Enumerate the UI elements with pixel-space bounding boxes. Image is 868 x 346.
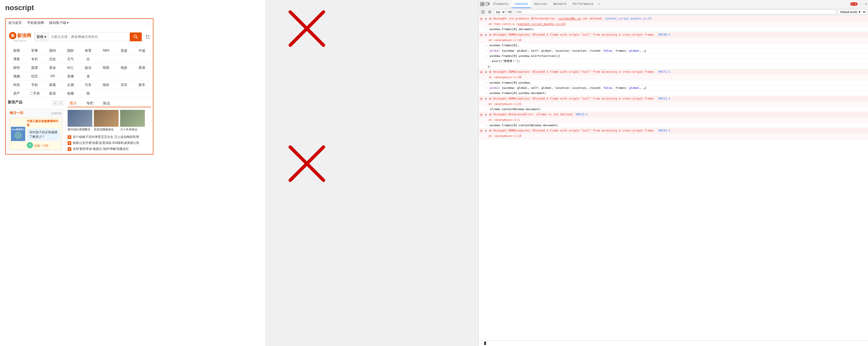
sidebar-prev-btn[interactable]: ‹ — [53, 101, 58, 105]
tab-images[interactable]: 图片 — [68, 100, 79, 107]
nav3-baojia[interactable]: 报价 — [97, 82, 115, 88]
console-prompt[interactable]: › — [479, 340, 868, 346]
svg-text:新: 新 — [11, 34, 14, 38]
nav1-yingchao[interactable]: 英超 — [115, 47, 133, 54]
news-item-2[interactable]: 铁路公安开展'坐霸'处置演练 633移民成美国公民 — [68, 140, 151, 146]
nav3-maiche[interactable]: 买车 — [115, 82, 133, 88]
toggle-15[interactable]: ▶ — [486, 129, 489, 132]
toggle-8[interactable]: › — [486, 81, 489, 84]
search-button[interactable] — [130, 32, 142, 41]
toggle-14[interactable]: › — [486, 124, 489, 127]
devtools-tab-elements[interactable]: Elements — [490, 0, 512, 8]
sina-mobile-link[interactable]: 手机新浪网 — [27, 21, 44, 25]
nav2-dianying[interactable]: 电影 — [115, 65, 133, 71]
toggle-13[interactable]: ▶ — [486, 113, 489, 116]
nav-zhuanlan[interactable]: 专栏 — [26, 56, 44, 62]
nav-ershoufang[interactable]: 二手房 — [26, 91, 44, 97]
toggle-6[interactable]: › — [486, 55, 489, 58]
nav1-junshi[interactable]: 军事 — [26, 47, 44, 54]
toolbar-extra-icon[interactable]: 扛 — [146, 34, 150, 40]
link-15[interactable]: VM242:1 — [658, 129, 670, 132]
nav1-zhongchao[interactable]: 中超 — [133, 47, 151, 54]
nav1-nba[interactable]: NBA — [97, 47, 115, 54]
sina-more-icon[interactable]: ⋮ — [146, 20, 150, 25]
toggle-10[interactable]: › — [486, 92, 489, 95]
nav3-tansuo[interactable]: 探索 — [44, 82, 62, 88]
nav-shipin[interactable]: 视频 — [8, 73, 26, 79]
nav-fangchan[interactable]: 房产 — [8, 91, 26, 97]
nav2-gupiao[interactable]: 股票 — [26, 65, 44, 71]
frame-select[interactable]: top — [494, 9, 506, 14]
daily-back[interactable]: 往期回顾 — [51, 112, 61, 115]
devtools-inspect-btn[interactable] — [480, 2, 485, 7]
link-1[interactable]: content_script_bundle.js:13 — [605, 17, 651, 20]
nav-zongyi[interactable]: 综艺 — [26, 73, 44, 79]
devtools-settings-btn[interactable]: ⚙ — [865, 2, 867, 6]
nav-boke[interactable]: 博客 — [8, 56, 26, 62]
toggle-7[interactable]: ▶ — [486, 70, 489, 73]
nav3-zhongce[interactable]: 众测 — [61, 82, 79, 88]
news-img-2[interactable]: 疾病克隆猴诞生 — [94, 110, 119, 132]
nav-more2[interactable]: 老 — [79, 73, 97, 79]
nav2-mingxing[interactable]: 明星 — [97, 65, 115, 71]
devtools-tab-console[interactable]: Console — [512, 0, 531, 8]
toggle-3[interactable]: ▶ — [486, 33, 489, 36]
toggle-5[interactable]: ‹ — [486, 49, 489, 52]
news-img-3[interactable]: 几十年来春运 — [120, 110, 145, 132]
toggle-1[interactable]: ▶ — [486, 17, 489, 20]
nav3-keji[interactable]: 科技 — [8, 82, 26, 88]
nav2-yule[interactable]: 娱乐 — [79, 65, 97, 71]
news-img-1[interactable]: 委内瑞拉美国断交 — [68, 110, 92, 132]
search-input[interactable] — [49, 35, 130, 39]
nav3-qiche[interactable]: 汽车 — [79, 82, 97, 88]
devtools-device-btn[interactable] — [485, 2, 490, 7]
nav-more3[interactable]: 陈 — [79, 91, 97, 97]
sidebar-next-btn[interactable]: › — [59, 101, 63, 105]
search-category[interactable]: 新闻 ▾ — [35, 33, 49, 41]
toggle-2[interactable]: › — [486, 28, 489, 31]
nav2-xingzuo[interactable]: 星座 — [133, 65, 151, 71]
toggle-11[interactable]: ▶ — [486, 97, 489, 100]
nav2-waihui[interactable]: 外汇 — [61, 65, 79, 71]
nav3-xinche[interactable]: 新车 — [133, 82, 151, 88]
nav1-xinwen[interactable]: 新闻 — [8, 47, 26, 54]
tab-hot[interactable]: 热点 — [101, 100, 112, 107]
devtools-more-btn[interactable]: ⋮ — [858, 2, 864, 6]
link-7[interactable]: VM171:1 — [658, 70, 670, 73]
eye-btn[interactable] — [507, 9, 513, 14]
toggle-9[interactable]: ‹ — [486, 86, 489, 89]
nav1-tiyu[interactable]: 体育 — [79, 47, 97, 54]
nav3-shouji[interactable]: 手机 — [26, 82, 44, 88]
link-11[interactable]: VM212:1 — [658, 97, 670, 100]
link-13[interactable]: VM233:1 — [576, 113, 588, 116]
nav-jiaju[interactable]: 家居 — [44, 91, 62, 97]
sina-app-dropdown[interactable]: 移动客户端 ▾ — [49, 21, 69, 25]
nav-zhibo[interactable]: 直播 — [61, 73, 79, 79]
news-item-3[interactable]: 农村'厕所革命'焕新记 福州'神秘'高楼走红 — [68, 146, 151, 152]
nav-more1[interactable]: 比 — [79, 56, 97, 62]
nav2-jijin[interactable]: 基金 — [44, 65, 62, 71]
nav1-guonei[interactable]: 国内 — [44, 47, 62, 54]
nav1-guoji[interactable]: 国际 — [61, 47, 79, 54]
news-item-1[interactable]: 首个移植子宫内孕育宝宝出生 万人送别殉职民警 — [68, 134, 151, 140]
nav2-caijing[interactable]: 财经 — [8, 65, 26, 71]
toggle-4[interactable]: › — [486, 44, 489, 47]
devtools-tab-network[interactable]: Network — [550, 0, 570, 8]
ad-cta[interactable]: 来测一下吧 — [34, 144, 49, 148]
sina-home-link[interactable]: 设为首页 — [8, 21, 22, 25]
toggle-12[interactable]: › — [486, 108, 489, 111]
devtools-tab-more[interactable]: » — [596, 2, 601, 6]
devtools-tab-sources[interactable]: Sources — [531, 0, 550, 8]
level-select[interactable]: Default levels ▼ — [838, 9, 866, 14]
filter-input[interactable] — [514, 10, 836, 14]
console-output[interactable]: ⊗ ▶ ▶ Uncaught (in promise) ReferenceErr… — [479, 15, 868, 340]
clear-console-btn[interactable] — [480, 9, 486, 14]
nav-shoucang[interactable]: 收藏 — [61, 91, 79, 97]
devtools-tab-performance[interactable]: Performance — [570, 0, 596, 8]
link-3[interactable]: VM140:1 — [658, 33, 670, 36]
settings-console-btn[interactable] — [487, 9, 492, 14]
tab-columns[interactable]: 专栏 — [84, 100, 96, 107]
nav-vr[interactable]: VR — [44, 73, 62, 79]
nav-tianqi[interactable]: 天气 — [61, 56, 79, 62]
nav-lishi[interactable]: 历史 — [44, 56, 62, 62]
